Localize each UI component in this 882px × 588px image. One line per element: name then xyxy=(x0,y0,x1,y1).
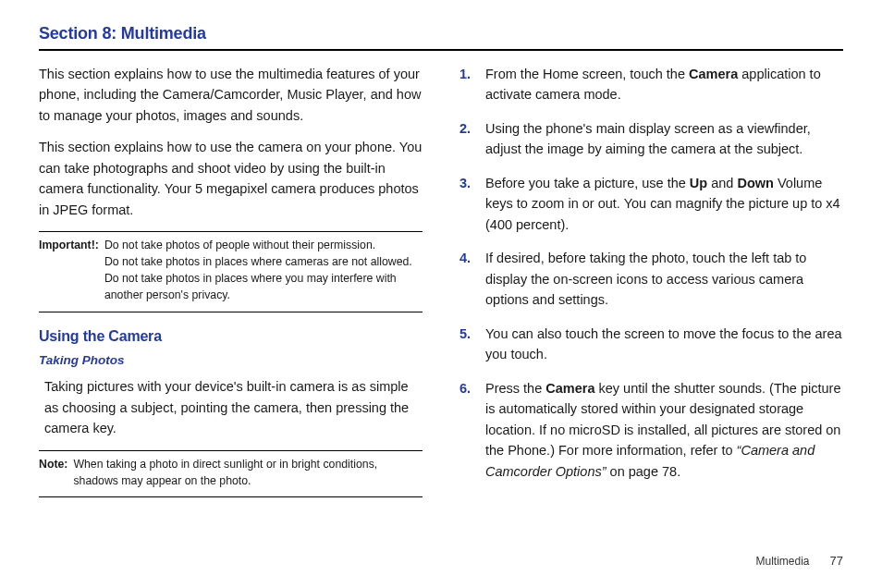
step-3-text-a: Before you take a picture, use the xyxy=(485,176,690,190)
step-3-text-c: and xyxy=(707,176,737,190)
step-2-text: Using the phone's main display screen as… xyxy=(485,121,811,156)
note-box: Note: When taking a photo in direct sunl… xyxy=(39,450,423,498)
step-3-bold-down: Down xyxy=(737,176,773,190)
footer-page-number: 77 xyxy=(830,554,843,568)
section-title: Section 8: Multimedia xyxy=(39,24,843,43)
step-1: From the Home screen, touch the Camera a… xyxy=(459,64,843,105)
footer-chapter: Multimedia xyxy=(756,555,810,568)
using-camera-heading: Using the Camera xyxy=(39,325,423,349)
left-column: This section explains how to use the mul… xyxy=(39,64,423,510)
step-3-bold-up: Up xyxy=(690,176,707,190)
step-5: You can also touch the screen to move th… xyxy=(459,324,843,365)
intro-paragraph-2: This section explains how to use the cam… xyxy=(39,137,423,220)
step-4-text: If desired, before taking the photo, tou… xyxy=(485,251,806,307)
section-rule xyxy=(39,49,843,51)
step-3: Before you take a picture, use the Up an… xyxy=(459,173,843,235)
step-1-bold: Camera xyxy=(689,67,738,81)
note-label: Note: xyxy=(39,457,67,490)
step-6-text-a: Press the xyxy=(485,381,545,396)
taking-photos-heading: Taking Photos xyxy=(39,351,423,371)
step-6: Press the Camera key until the shutter s… xyxy=(459,378,843,482)
important-label: Important!: xyxy=(39,238,99,303)
step-6-bold: Camera xyxy=(545,381,594,396)
intro-paragraph-1: This section explains how to use the mul… xyxy=(39,64,423,126)
right-column: From the Home screen, touch the Camera a… xyxy=(459,64,843,510)
step-5-text: You can also touch the screen to move th… xyxy=(485,326,842,361)
steps-list: From the Home screen, touch the Camera a… xyxy=(459,64,843,482)
step-1-text-a: From the Home screen, touch the xyxy=(485,67,689,81)
important-body: Do not take photos of people without the… xyxy=(104,238,423,303)
page-footer: Multimedia 77 xyxy=(756,554,844,568)
note-body: When taking a photo in direct sunlight o… xyxy=(73,457,423,490)
content-columns: This section explains how to use the mul… xyxy=(39,64,843,510)
step-4: If desired, before taking the photo, tou… xyxy=(459,248,843,310)
step-6-text-e: on page 78. xyxy=(606,464,681,479)
taking-photos-body: Taking pictures with your device's built… xyxy=(44,376,423,438)
step-2: Using the phone's main display screen as… xyxy=(459,118,843,160)
important-box: Important!: Do not take photos of people… xyxy=(39,231,423,312)
